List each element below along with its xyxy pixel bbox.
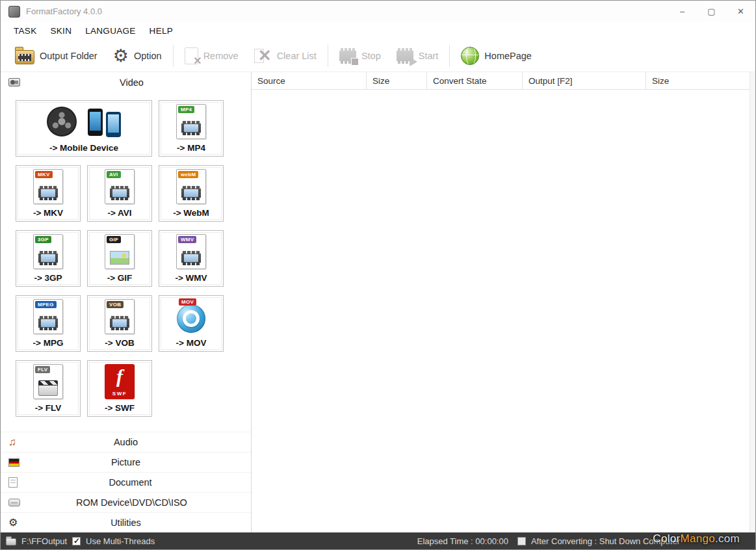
format-card-mp4[interactable]: MP4 -> MP4 — [159, 100, 224, 157]
format-label: -> MPG — [33, 338, 64, 348]
after-converting-checkbox[interactable] — [517, 537, 526, 545]
start-button[interactable]: Start — [389, 46, 447, 66]
check-icon: ✓ — [73, 536, 80, 545]
close-button[interactable]: ✕ — [726, 1, 755, 22]
remove-button[interactable]: ✕ Remove — [177, 45, 246, 67]
format-card-3gp[interactable]: 3GP -> 3GP — [16, 230, 81, 287]
start-label: Start — [419, 51, 439, 61]
format-card-wmv[interactable]: WMV -> WMV — [159, 230, 224, 287]
minimize-button[interactable]: – — [668, 1, 697, 22]
audio-category-label: Audio — [1, 437, 251, 447]
remove-page-icon: ✕ — [185, 47, 198, 64]
window-title: FormatFactory 4.0.0 — [26, 7, 102, 16]
format-label: -> WebM — [173, 208, 209, 218]
format-label: -> VOB — [105, 338, 134, 348]
clear-list-button[interactable]: ✕ Clear List — [246, 45, 324, 67]
category-sidebar: Video -> Mobile Device MP4 -> MP4 MKV ->… — [1, 72, 252, 532]
document-category-label: Document — [10, 477, 251, 488]
output-path[interactable]: F:\FFOutput — [21, 536, 67, 546]
mpeg-badge: MPEG — [35, 301, 57, 308]
3gp-file-icon: 3GP — [33, 234, 63, 269]
menu-language[interactable]: LANGUAGE — [84, 25, 137, 37]
audio-note-icon: ♫ — [8, 437, 16, 447]
use-multi-threads-label[interactable]: Use Multi-Threads — [86, 536, 155, 546]
format-card-flv[interactable]: FLV -> FLV — [16, 360, 81, 417]
mp4-file-icon: MP4 — [176, 104, 206, 139]
flv-badge: FLV — [35, 366, 50, 373]
mov-quicktime-icon: MOV — [174, 298, 208, 335]
option-label: Option — [134, 51, 162, 61]
wmv-file-icon: WMV — [176, 234, 206, 269]
sidebar-item-audio[interactable]: ♫ Audio — [1, 432, 251, 452]
utilities-category-label: Utilities — [1, 517, 251, 528]
app-window: FormatFactory 4.0.0 – ▢ ✕ TASK SKIN LANG… — [0, 0, 756, 550]
format-label: -> MKV — [33, 208, 63, 218]
format-card-mov[interactable]: MOV -> MOV — [159, 295, 224, 352]
format-card-swf[interactable]: fSWF -> SWF — [87, 360, 152, 417]
use-multi-threads-checkbox[interactable]: ✓ — [72, 537, 81, 545]
sidebar-item-picture[interactable]: Picture — [1, 452, 251, 472]
stop-icon — [339, 48, 356, 64]
format-label: -> 3GP — [34, 273, 62, 283]
sidebar-item-video[interactable]: Video — [1, 72, 251, 92]
menu-skin[interactable]: SKIN — [49, 25, 73, 37]
disc-drive-icon — [8, 499, 20, 506]
column-header-size-2[interactable]: Size — [646, 72, 751, 89]
format-label: -> MP4 — [177, 143, 205, 153]
swf-flash-icon: fSWF — [105, 364, 135, 399]
output-path-folder-icon[interactable] — [6, 538, 16, 545]
format-card-mpg[interactable]: MPEG -> MPG — [16, 295, 81, 352]
3gp-badge: 3GP — [35, 236, 51, 243]
swf-badge: SWF — [105, 391, 135, 397]
colormango-watermark: ColorMango.com — [653, 532, 740, 545]
format-card-avi[interactable]: AVI -> AVI — [87, 165, 152, 222]
format-card-vob[interactable]: VOB -> VOB — [87, 295, 152, 352]
sidebar-item-rom-device[interactable]: ROM Device\DVD\CD\ISO — [1, 492, 251, 512]
task-table-body[interactable] — [252, 90, 755, 532]
format-label: -> SWF — [105, 403, 135, 413]
maximize-button[interactable]: ▢ — [697, 1, 726, 22]
menu-task[interactable]: TASK — [12, 25, 38, 37]
title-bar: FormatFactory 4.0.0 – ▢ ✕ — [1, 1, 755, 22]
format-label: -> MOV — [176, 338, 207, 348]
gear-icon: ⚙ — [113, 47, 129, 65]
toolbar: Output Folder ⚙ Option ✕ Remove ✕ Clear … — [1, 40, 755, 72]
mpg-file-icon: MPEG — [33, 299, 63, 334]
format-card-gif[interactable]: GIF -> GIF — [87, 230, 152, 287]
stop-button[interactable]: Stop — [332, 46, 389, 66]
output-folder-button[interactable]: Output Folder — [7, 44, 105, 67]
video-icon — [8, 78, 20, 86]
format-card-webm[interactable]: webM -> WebM — [159, 165, 224, 222]
mobile-device-icon — [42, 103, 126, 140]
webm-badge: webM — [178, 171, 198, 178]
format-card-mobile-device[interactable]: -> Mobile Device — [16, 100, 152, 157]
red-x-icon: ✕ — [258, 46, 272, 64]
format-card-mkv[interactable]: MKV -> MKV — [16, 165, 81, 222]
watermark-mango: Mango — [680, 532, 714, 545]
homepage-button[interactable]: HomePage — [453, 44, 540, 68]
window-controls: – ▢ ✕ — [668, 1, 755, 22]
start-icon — [397, 48, 413, 64]
mov-badge: MOV — [179, 298, 196, 306]
toolbar-separator — [328, 45, 328, 67]
picture-category-label: Picture — [1, 457, 251, 467]
vob-badge: VOB — [107, 301, 124, 308]
picture-icon — [8, 458, 20, 467]
sidebar-item-utilities[interactable]: ⚙ Utilities — [1, 512, 251, 532]
column-header-convert-state[interactable]: Convert State — [427, 72, 523, 89]
column-header-size[interactable]: Size — [367, 72, 427, 89]
sidebar-item-document[interactable]: Document — [1, 472, 251, 492]
option-button[interactable]: ⚙ Option — [105, 44, 170, 68]
watermark-com: .com — [715, 532, 740, 545]
output-folder-label: Output Folder — [40, 51, 98, 61]
column-header-output[interactable]: Output [F2] — [523, 72, 646, 89]
vertical-scrollbar[interactable] — [749, 72, 755, 532]
gif-file-icon: GIF — [105, 234, 135, 269]
menu-help[interactable]: HELP — [148, 25, 174, 37]
toolbar-separator — [449, 45, 450, 67]
vob-file-icon: VOB — [105, 299, 135, 334]
format-label: -> AVI — [107, 208, 131, 218]
app-icon — [8, 6, 20, 18]
mp4-badge: MP4 — [178, 106, 194, 113]
column-header-source[interactable]: Source — [252, 72, 367, 89]
